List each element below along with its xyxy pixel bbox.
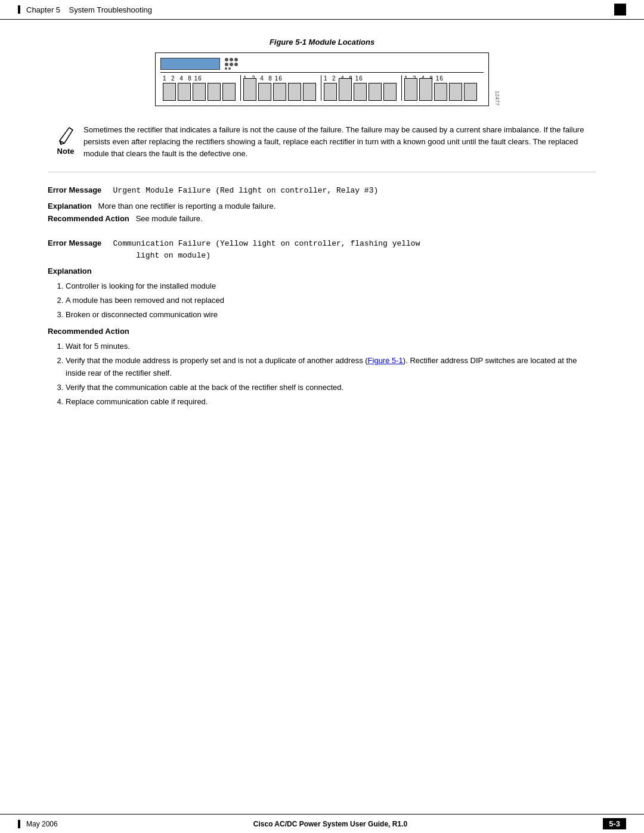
module-group-1: 1 2 4 8 16 [160, 75, 241, 101]
page-footer: May 2006 Cisco AC/DC Power System User G… [0, 814, 644, 833]
slot [273, 83, 286, 101]
dots-group [225, 58, 238, 70]
explanation-text-1: More than one rectifier is reporting a m… [94, 202, 275, 210]
slot [354, 83, 367, 101]
module-slots-1 [163, 83, 236, 101]
rec-action-label-1: Recommended Action [48, 214, 129, 223]
footer-guide-title: Cisco AC/DC Power System User Guide, R1.… [58, 820, 603, 828]
explanation-heading-2: Explanation [48, 267, 596, 275]
list-item: Broken or disconnected communication wir… [66, 309, 596, 321]
note-icon-area: Note [48, 124, 83, 156]
list-item: A module has been removed and not replac… [66, 295, 596, 306]
footer-accent [18, 820, 20, 828]
error-message-line-2: Error Message Communication Failure (Yel… [48, 237, 596, 262]
module-slots-2 [243, 83, 316, 101]
module-group-4: 1 2 4 8 16 [402, 75, 482, 101]
note-pencil-icon [55, 124, 76, 145]
rec-action-line-1: Recommended Action See module failure. [48, 214, 596, 223]
error-block-2: Error Message Communication Failure (Yel… [48, 237, 596, 408]
slot [222, 83, 236, 101]
list-item: Replace communication cable if required. [66, 396, 596, 408]
dots-row-3 [225, 67, 238, 70]
list-item: Controller is looking for the installed … [66, 280, 596, 292]
dot [230, 63, 233, 66]
dot [234, 63, 238, 66]
rec-action-list-2: Wait for 5 minutes. Verify that the modu… [66, 340, 596, 408]
slot-raised [404, 78, 417, 101]
note-section: Note Sometimes the rectifier that indica… [48, 124, 596, 172]
slot [369, 83, 382, 101]
note-label: Note [57, 147, 75, 156]
module-group-2: 1 2 4 8 16 [241, 75, 321, 101]
error-message-label-1: Error Message [48, 185, 101, 194]
diagram-top [160, 58, 484, 70]
dot [228, 67, 231, 70]
dots-row-2 [225, 63, 238, 66]
explanation-list-2: Controller is looking for the installed … [66, 280, 596, 321]
header-accent [18, 5, 20, 14]
note-text: Sometimes the rectifier that indicates a… [83, 124, 596, 160]
dot [225, 67, 227, 70]
figure-container: Figure 5-1 Module Locations [155, 38, 489, 106]
footer-date: May 2006 [26, 820, 58, 828]
list-item: Verify that the communication cable at t… [66, 382, 596, 394]
explanation-line-1: Explanation More than one rectifier is r… [48, 202, 596, 210]
modules-row: 1 2 4 8 16 1 2 4 8 16 [160, 72, 484, 101]
slot [208, 83, 221, 101]
footer-page-number: 5-3 [603, 818, 626, 829]
figure-title: Figure 5-1 Module Locations [155, 38, 489, 47]
slot [303, 83, 316, 101]
dots-row-1 [225, 58, 238, 61]
dot [234, 58, 238, 61]
slot [383, 83, 397, 101]
header-right-block [614, 4, 626, 16]
slot [258, 83, 271, 101]
module-slots-4 [404, 83, 477, 101]
slot-raised [339, 78, 352, 101]
list-item: Verify that the module address is proper… [66, 355, 596, 379]
module-slots-3 [324, 83, 397, 101]
error-message-line-1: Error Message Urgent Module Failure (Red… [48, 184, 596, 197]
error-code-1: Urgent Module Failure (Red light on cont… [104, 186, 378, 195]
explanation-label-1: Explanation [48, 202, 92, 210]
error-code-2: Communication Failure (Yellow light on c… [48, 239, 420, 261]
svg-line-1 [69, 128, 73, 130]
slot [464, 83, 477, 101]
module-diagram: 1 2 4 8 16 1 2 4 8 16 [155, 52, 489, 106]
slot [178, 83, 191, 101]
module-group-3: 1 2 4 8 16 [321, 75, 402, 101]
slot [288, 83, 301, 101]
slot [449, 83, 462, 101]
error-block-1: Error Message Urgent Module Failure (Red… [48, 184, 596, 223]
dot [225, 63, 228, 66]
rec-action-text-1: See module failure. [131, 214, 202, 223]
slot [163, 83, 176, 101]
slot [324, 83, 337, 101]
page-header: Chapter 5 System Troubleshooting [0, 0, 644, 20]
blue-rectangle [160, 58, 220, 70]
figure-link[interactable]: Figure 5-1 [368, 356, 403, 365]
error-message-label-2: Error Message [48, 239, 101, 247]
main-content: Figure 5-1 Module Locations [0, 20, 644, 470]
slot-raised [243, 78, 256, 101]
slot [193, 83, 206, 101]
figure-number: 12477 [494, 91, 500, 106]
dot [225, 58, 228, 61]
header-chapter: Chapter 5 System Troubleshooting [26, 5, 152, 14]
rec-action-heading-2: Recommended Action [48, 327, 596, 336]
dot [230, 58, 233, 61]
slot-raised [419, 78, 432, 101]
module-numbers-1: 1 2 4 8 16 [163, 75, 202, 82]
slot [434, 83, 447, 101]
list-item: Wait for 5 minutes. [66, 340, 596, 352]
